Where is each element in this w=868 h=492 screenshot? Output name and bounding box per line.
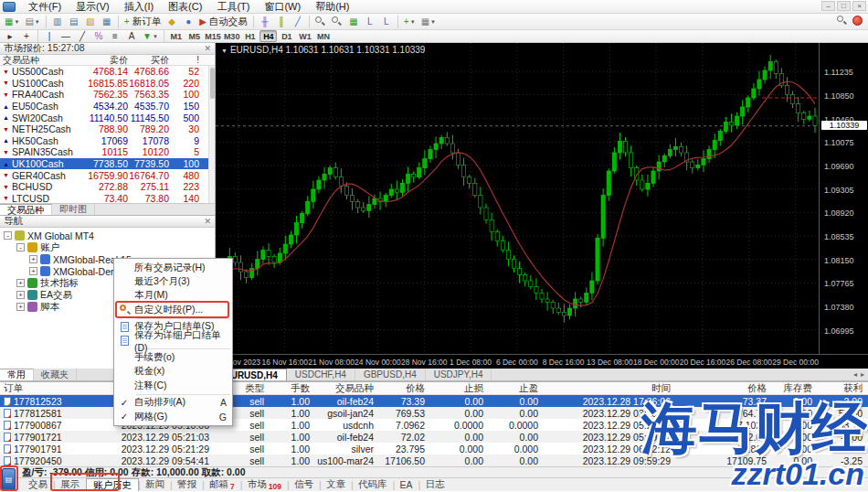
chart-window[interactable]: ▼EURUSD,H4 1.10631 1.10631 1.10331 1.103… bbox=[216, 43, 868, 369]
timeframe-M30[interactable]: M30 bbox=[223, 30, 241, 42]
candlestick-button[interactable]: ║ bbox=[274, 15, 289, 29]
tree-item[interactable]: -XM Global MT4 bbox=[2, 230, 215, 241]
search-icon[interactable] bbox=[837, 16, 847, 26]
history-row[interactable]: 1779017912023.12.29 05:21:29sell1.00silv… bbox=[0, 443, 868, 455]
collapse-icon[interactable]: - bbox=[16, 243, 25, 251]
terminal-tab-日志[interactable]: |日志 bbox=[418, 478, 450, 491]
chart-tab-USDCHF-H4[interactable]: USDCHF,H4 bbox=[287, 369, 355, 380]
expand-icon[interactable]: + bbox=[29, 267, 37, 275]
terminal-tab-代码库[interactable]: |代码库 bbox=[352, 478, 394, 491]
market-watch-row[interactable]: ▲UK100Cash7738.507739.50100 bbox=[0, 158, 215, 170]
menu-item-9[interactable]: 税金(x) bbox=[114, 365, 232, 379]
arrows-tool[interactable]: ▼▼ bbox=[141, 29, 160, 44]
shapes-tool[interactable]: ≡ bbox=[108, 29, 122, 44]
market-watch-tab-即时图[interactable]: 即时图 bbox=[52, 204, 95, 215]
close-icon[interactable]: ✕ bbox=[204, 217, 211, 226]
menu-item-0[interactable]: 所有交易记录(H) bbox=[114, 261, 232, 274]
market-watch-toggle[interactable]: ▥ bbox=[50, 15, 65, 29]
line-chart-button[interactable]: ╱ bbox=[291, 15, 305, 29]
timeframe-H1[interactable]: H1 bbox=[241, 30, 259, 42]
templates-button[interactable]: ▦▼ bbox=[419, 15, 438, 29]
fibo-tool[interactable]: % bbox=[91, 29, 106, 44]
history-row[interactable]: 1779204502023.12.29 09:54:41sell1.00us10… bbox=[0, 455, 868, 466]
chart-tab-GBPUSD-H4[interactable]: GBPUSD,H4 bbox=[355, 369, 426, 380]
menu-5[interactable]: 窗口(W) bbox=[257, 0, 308, 15]
expand-icon[interactable]: + bbox=[16, 303, 25, 311]
navigator-tab-收藏夹[interactable]: 收藏夹 bbox=[34, 369, 77, 380]
col-bid[interactable]: 卖价 bbox=[80, 54, 128, 67]
market-watch-tab-交易品种[interactable]: 交易品种 bbox=[0, 204, 52, 215]
candlestick-chart[interactable] bbox=[216, 43, 868, 369]
menu-item-12[interactable]: ✓自动排列(A)A bbox=[114, 396, 232, 410]
menu-0[interactable]: 文件(F) bbox=[21, 0, 69, 15]
menu-item-10[interactable]: 注释(C) bbox=[114, 379, 232, 392]
chevron-left-icon[interactable]: ◂ bbox=[853, 370, 857, 379]
market-watch-row[interactable]: ▲EU50Cash4534.204535.70150 bbox=[0, 101, 215, 112]
history-col-5[interactable]: 价格 bbox=[379, 382, 430, 395]
terminal-tab-警报[interactable]: |警报 bbox=[171, 478, 203, 491]
history-col-3[interactable]: 手数 bbox=[270, 382, 315, 395]
expand-icon[interactable]: + bbox=[29, 255, 37, 263]
timeframe-W1[interactable]: W1 bbox=[296, 30, 313, 42]
terminal-tab-文章[interactable]: |文章 bbox=[320, 478, 352, 491]
menu-item-2[interactable]: 本月(M) bbox=[114, 289, 232, 303]
history-row[interactable]: 1779017212023.12.29 05:21:03sell1.00oil-… bbox=[0, 431, 868, 443]
collapse-icon[interactable]: - bbox=[4, 231, 12, 240]
menu-4[interactable]: 工具(T) bbox=[209, 0, 257, 15]
terminal-tab-新闻[interactable]: |新闻 bbox=[139, 478, 171, 491]
notification-icon[interactable] bbox=[852, 16, 863, 26]
timeframe-D1[interactable]: D1 bbox=[278, 30, 295, 42]
market-watch-row[interactable]: ▼NETH25Cash788.90789.2030 bbox=[0, 123, 215, 135]
restore-button[interactable]: □ bbox=[837, 1, 851, 11]
terminal-tab-EA[interactable]: |EA bbox=[393, 478, 418, 491]
close-icon[interactable]: ✕ bbox=[204, 44, 211, 53]
menu-item-6[interactable]: 保存为详细户口结单(D) bbox=[114, 334, 232, 348]
menu-2[interactable]: 插入(I) bbox=[117, 0, 161, 15]
history-col-4[interactable]: 交易品种 bbox=[315, 382, 379, 395]
autotrading-button[interactable]: ▶自动交易 bbox=[197, 15, 249, 29]
market-watch-row[interactable]: ▼SPAIN35Cash10115101205 bbox=[0, 146, 215, 158]
zoom-out-button[interactable] bbox=[330, 15, 344, 29]
metaeditor-button[interactable]: ◆ bbox=[164, 15, 179, 29]
market-watch-row[interactable]: ▼FRA40Cash7562.357563.35100 bbox=[0, 89, 215, 101]
chart-tab-USDJPY-H4[interactable]: USDJPY,H4 bbox=[426, 369, 492, 380]
history-col-11[interactable]: 获利 bbox=[818, 382, 868, 395]
history-col-9[interactable]: 价格 bbox=[676, 382, 772, 395]
history-col-10[interactable]: 库存费 bbox=[772, 382, 818, 395]
zoom-in-button[interactable] bbox=[313, 15, 328, 29]
expand-icon[interactable]: + bbox=[16, 291, 25, 299]
menu-3[interactable]: 图表(C) bbox=[161, 0, 209, 15]
market-watch-row[interactable]: ▼GER40Cash16759.9016764.70480 bbox=[0, 169, 215, 181]
chart-shift-button[interactable]: L bbox=[379, 15, 394, 29]
terminal-toggle[interactable]: ▦ bbox=[100, 15, 114, 29]
timeframe-MN[interactable]: MN bbox=[314, 30, 332, 42]
terminal-tab-市场[interactable]: |市场109 bbox=[241, 478, 288, 491]
history-col-0[interactable]: 订单 bbox=[0, 382, 73, 395]
terminal-tab-展示[interactable]: |展示 bbox=[54, 478, 86, 491]
col-spread[interactable]: ! bbox=[169, 55, 201, 65]
market-watch-row[interactable]: ▲SWI20Cash11140.5011145.50500 bbox=[0, 112, 215, 123]
auto-scroll-button[interactable]: L bbox=[363, 15, 377, 29]
indicators-button[interactable]: +▼ bbox=[402, 15, 418, 29]
expand-icon[interactable]: + bbox=[16, 279, 25, 287]
market-watch-row[interactable]: ▲HK50Cash17069170789 bbox=[0, 135, 215, 147]
new-chart-button[interactable]: ▦▼ bbox=[3, 15, 21, 29]
community-button[interactable]: ● bbox=[181, 15, 196, 29]
bottom-left-app-icon[interactable]: ▤ bbox=[2, 468, 16, 490]
market-watch-scrollbar[interactable] bbox=[208, 66, 215, 203]
timeframe-M15[interactable]: M15 bbox=[204, 30, 222, 42]
text-tool[interactable]: A bbox=[124, 29, 139, 44]
new-order-button[interactable]: +新订单 bbox=[122, 15, 163, 29]
timeframe-H4[interactable]: H4 bbox=[259, 30, 277, 42]
menu-item-3[interactable]: 自定义时段(P)... bbox=[114, 303, 232, 316]
menu-item-1[interactable]: 最近3个月(3) bbox=[114, 274, 232, 288]
navigator-toggle[interactable]: ▧ bbox=[83, 15, 98, 29]
menu-item-8[interactable]: 手续费(o) bbox=[114, 350, 232, 364]
minimize-button[interactable]: – bbox=[821, 1, 835, 11]
bar-chart-button[interactable]: ╫ bbox=[258, 15, 272, 29]
menu-1[interactable]: 显示(V) bbox=[69, 0, 117, 15]
market-watch-row[interactable]: ▼US100Cash16815.8516818.05220 bbox=[0, 78, 215, 90]
terminal-tab-账户历史[interactable]: 账户历史 bbox=[86, 478, 139, 491]
tile-windows-button[interactable]: ▦ bbox=[346, 15, 361, 29]
timeframe-M1[interactable]: M1 bbox=[167, 30, 185, 42]
